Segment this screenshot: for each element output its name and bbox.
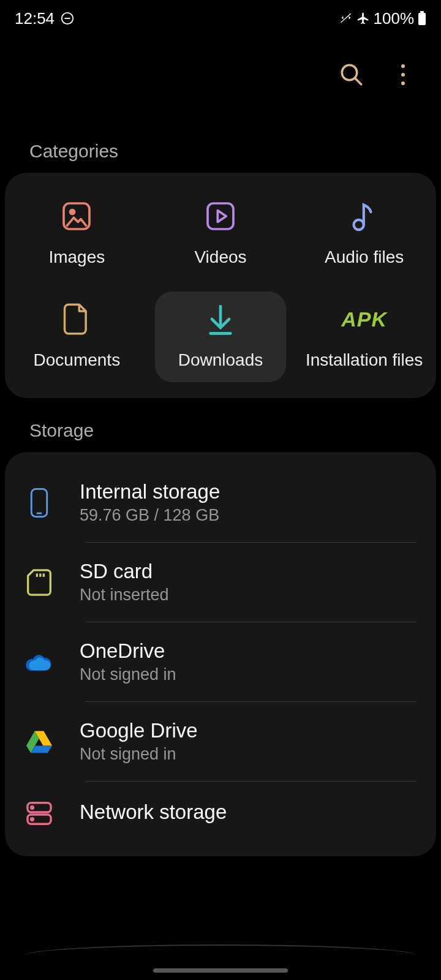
apk-icon: APK: [347, 301, 382, 337]
storage-sub: Not signed in: [80, 665, 417, 684]
airplane-icon: [356, 12, 370, 25]
svg-point-12: [353, 220, 363, 230]
svg-point-22: [31, 807, 34, 809]
category-documents[interactable]: Documents: [5, 285, 149, 388]
svg-point-8: [401, 81, 405, 85]
vibrate-icon: [339, 12, 353, 25]
category-label: Downloads: [178, 350, 263, 370]
category-label: Audio files: [325, 247, 404, 267]
storage-onedrive[interactable]: OneDrive Not signed in: [5, 622, 436, 701]
storage-title: OneDrive: [80, 639, 417, 663]
category-videos[interactable]: Videos: [149, 183, 293, 285]
category-images[interactable]: Images: [5, 183, 149, 285]
svg-rect-3: [420, 11, 424, 13]
categories-card: Images Videos Audio files Documents Down…: [5, 173, 436, 398]
category-downloads[interactable]: Downloads: [155, 292, 287, 382]
storage-sdcard[interactable]: SD card Not inserted: [5, 543, 436, 622]
svg-point-7: [401, 73, 405, 77]
storage-card: Internal storage 59.76 GB / 128 GB SD ca…: [5, 452, 436, 856]
downloads-icon: [203, 301, 238, 337]
search-button[interactable]: [338, 61, 365, 88]
nav-handle[interactable]: [153, 968, 288, 973]
googledrive-icon: [24, 727, 54, 756]
svg-point-10: [70, 210, 75, 214]
dnd-icon: [61, 12, 74, 25]
svg-line-5: [355, 78, 361, 85]
svg-point-6: [401, 64, 405, 68]
storage-internal[interactable]: Internal storage 59.76 GB / 128 GB: [5, 463, 436, 542]
more-button[interactable]: [390, 61, 417, 88]
svg-rect-11: [208, 203, 233, 229]
category-audio[interactable]: Audio files: [292, 183, 436, 285]
status-time: 12:54: [15, 9, 55, 28]
storage-googledrive[interactable]: Google Drive Not signed in: [5, 702, 436, 781]
storage-title: Internal storage: [80, 480, 417, 503]
search-icon: [339, 62, 364, 88]
onedrive-icon: [24, 647, 54, 677]
svg-point-23: [31, 818, 34, 821]
category-label: Videos: [194, 247, 246, 267]
nav-arc: [24, 944, 417, 956]
storage-heading: Storage: [0, 420, 441, 452]
storage-title: Network storage: [80, 801, 417, 824]
storage-sub: Not signed in: [80, 745, 417, 764]
status-bar: 12:54 100%: [0, 0, 441, 37]
storage-sub: Not inserted: [80, 586, 417, 605]
phone-icon: [24, 488, 54, 518]
network-icon: [24, 799, 54, 828]
battery-icon: [418, 11, 426, 26]
category-label: Documents: [34, 350, 121, 370]
category-installation-files[interactable]: APK Installation files: [292, 285, 436, 388]
videos-icon: [203, 198, 238, 234]
storage-title: SD card: [80, 560, 417, 583]
svg-rect-2: [418, 13, 426, 25]
more-icon: [401, 64, 405, 86]
status-battery-text: 100%: [374, 9, 415, 28]
audio-icon: [347, 198, 382, 234]
sdcard-icon: [24, 568, 54, 597]
category-label: Images: [48, 247, 105, 267]
storage-title: Google Drive: [80, 719, 417, 742]
category-label: Installation files: [306, 350, 423, 370]
header: [0, 37, 441, 141]
storage-sub: 59.76 GB / 128 GB: [80, 506, 417, 525]
documents-icon: [59, 301, 94, 337]
images-icon: [59, 198, 94, 234]
storage-network[interactable]: Network storage: [5, 782, 436, 845]
categories-heading: Categories: [0, 141, 441, 173]
